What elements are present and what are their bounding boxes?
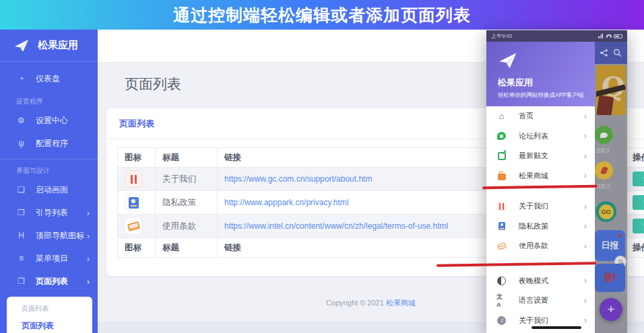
sidebar-item-settings-center[interactable]: ⚙ 设置中心 [0, 109, 98, 132]
admin-sidebar: 松果应用 ◔ 仪表盘 设置程序 ⚙ 设置中心 ψ 配置程序 界面与设计 ❏ 启动… [0, 30, 98, 333]
share-icon[interactable] [600, 49, 608, 57]
terms-page-icon [496, 241, 507, 251]
chevron-right-icon: › [584, 151, 587, 161]
sidebar-item-splash[interactable]: ❏ 启动画面 [0, 178, 98, 201]
promo-banner: 通过控制端轻松编辑或者添加页面列表 [0, 0, 644, 30]
page-title: 页面列表 [125, 75, 181, 94]
banner-title: 通过控制端轻松编辑或者添加页面列表 [173, 4, 471, 26]
custom-label: 自定义 [596, 183, 610, 190]
privacy-page-icon [496, 221, 507, 231]
battery-icon [614, 34, 622, 38]
sidebar-section-design: 界面与设计 [0, 159, 98, 178]
sidebar-item-guide-list[interactable]: ❒ 引导列表 › [0, 201, 98, 224]
night-mode-icon [496, 276, 507, 286]
chevron-right-icon: › [584, 202, 587, 211]
dashboard-icon: ◔ [16, 74, 26, 83]
sidebar-logo[interactable]: 松果应用 [0, 30, 98, 62]
sidebar-item-menu-items[interactable]: ≡ 菜单项目 › [0, 247, 98, 270]
drawer-header: 松果应用 轻松将你的网站转换成APP客户端 [486, 42, 595, 106]
shop-bag-icon [496, 171, 507, 181]
drawer-item-posts[interactable]: 最新贴文 › [486, 146, 595, 166]
home-indicator [532, 326, 581, 329]
app-preview-strip: Q 自定义 自定义 GO 日报 音! + [595, 42, 627, 333]
about-page-icon [125, 170, 142, 188]
drawer-item-home[interactable]: ⌂ 首页 › [486, 106, 595, 126]
app-logo-label: 松果应用 [38, 39, 78, 52]
phone-screenshot: 上午9:02 Q [486, 30, 627, 333]
page-title-cell: 隐私政策 [156, 191, 218, 215]
chevron-right-icon: › [87, 208, 90, 218]
forum-icon [496, 131, 507, 141]
custom-label: 自定义 [596, 147, 610, 154]
drawer-app-name: 松果应用 [498, 77, 595, 89]
gear-icon: ⚙ [16, 116, 26, 125]
info-icon: i [496, 316, 507, 326]
page-link[interactable]: https://www.gc.com.cn/support/about.htm [224, 174, 372, 184]
privacy-page-icon [125, 194, 142, 211]
sidebar-item-config-app[interactable]: ψ 配置程序 [0, 132, 98, 155]
chevron-right-icon: › [584, 316, 587, 325]
drawer-item-about[interactable]: 关于我们 › [486, 196, 595, 217]
splash-icon: ❏ [16, 185, 26, 194]
chevron-right-icon: › [87, 276, 90, 287]
col-footer-title: 标题 [156, 238, 218, 258]
sidebar-submenu: 页面列表: 页面列表 添加页面 [7, 297, 92, 333]
submenu-item-page-list[interactable]: 页面列表 [22, 320, 92, 332]
pages-icon: ❐ [16, 276, 26, 286]
paper-plane-icon [498, 50, 518, 71]
edit-button[interactable]: ✎ [633, 195, 644, 210]
sidebar-item-dashboard[interactable]: ◔ 仪表盘 [0, 67, 98, 90]
home-icon: ⌂ [496, 111, 507, 121]
col-header-title: 标题 [156, 148, 218, 168]
edit-button[interactable]: ✎ [633, 172, 644, 186]
list-icon: ≡ [16, 254, 26, 263]
status-time: 上午9:02 [491, 32, 513, 40]
col-header-icon: 图标 [118, 148, 156, 168]
topnav-icon: H [16, 231, 26, 240]
paper-plane-icon [13, 38, 30, 54]
custom-app-icon-green [595, 126, 613, 144]
drawer-item-mall[interactable]: 松果商城 › [486, 166, 595, 186]
col-footer-action: 操作 [626, 238, 644, 258]
sidebar-item-top-nav[interactable]: H 顶部导航图标 › [0, 224, 98, 247]
terms-page-icon [125, 217, 142, 235]
sound-tile: 音! [595, 264, 625, 292]
chevron-right-icon: › [87, 254, 90, 264]
sidebar-item-page-list[interactable]: ❐ 页面列表 › [0, 270, 98, 293]
guide-icon: ❒ [16, 208, 26, 217]
page-title-cell: 关于我们 [156, 168, 218, 191]
drawer-item-night-mode[interactable]: 夜晚模式 › [486, 271, 595, 291]
game-ad-image: Q [596, 65, 626, 115]
chevron-right-icon: › [584, 276, 587, 285]
submenu-label: 页面列表: [22, 304, 92, 313]
drawer-item-forum[interactable]: 论坛列表 › [486, 126, 595, 147]
chevron-right-icon: › [87, 231, 90, 241]
edit-button[interactable]: ✎ [633, 219, 644, 233]
col-header-action: 操作 [626, 148, 644, 168]
chevron-right-icon: › [584, 221, 587, 231]
drawer-tagline: 轻松将你的网站转换成APP客户端 [498, 91, 595, 100]
search-icon[interactable] [613, 48, 622, 57]
about-page-icon [496, 201, 507, 211]
page-link[interactable]: http://www.apppark.cn/privacy.html [224, 198, 349, 207]
drawer-item-privacy[interactable]: 隐私政策 › [486, 217, 595, 237]
phone-status-bar: 上午9:02 [486, 30, 627, 42]
chevron-right-icon: › [584, 171, 587, 180]
plug-icon: ψ [16, 139, 26, 148]
chevron-right-icon: › [584, 296, 587, 305]
drawer-item-terms[interactable]: 使用条款 › [486, 236, 595, 256]
col-footer-icon: 图标 [118, 238, 156, 258]
add-fab: + [600, 298, 622, 321]
go-badge: GO [595, 201, 616, 222]
drawer-item-language[interactable]: 文A 语言设置 › [486, 291, 595, 311]
new-post-icon [496, 151, 507, 161]
page-link[interactable]: https://www.intel.cn/content/www/cn/zh/l… [224, 221, 448, 231]
page-title-cell: 使用条款 [156, 215, 218, 238]
custom-app-icon-yellow [595, 161, 613, 180]
chevron-right-icon: › [584, 131, 587, 141]
translate-icon: 文A [496, 295, 507, 305]
sidebar-section-settings: 设置程序 [0, 90, 98, 109]
chevron-right-icon: › [584, 242, 587, 251]
signal-icon [598, 34, 604, 38]
copyright-brand-link[interactable]: 松果商城 [386, 299, 416, 307]
